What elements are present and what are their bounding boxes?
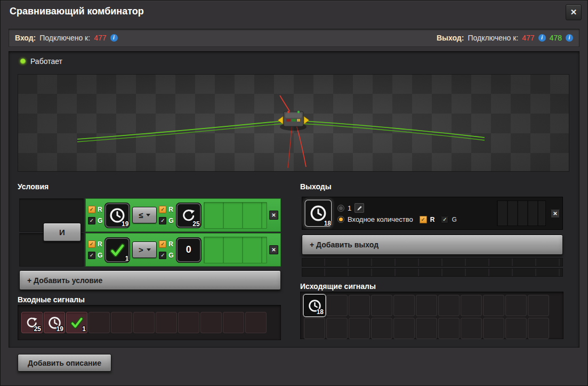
green-network-label: G [452, 216, 456, 223]
signal-slot[interactable]: 19 [44, 312, 65, 333]
signal-count: 25 [34, 325, 41, 333]
first-signal-button[interactable]: 19 [104, 203, 130, 228]
signal-count: 1 [82, 325, 86, 333]
constant-value: 0 [186, 244, 191, 255]
empty-slot [416, 318, 437, 339]
close-icon: ✕ [553, 211, 557, 216]
remove-condition-button[interactable]: ✕ [269, 245, 278, 254]
output-network-id-red: 477 [522, 34, 534, 42]
empty-slot [438, 318, 460, 339]
check-icon: ✓ [442, 217, 447, 222]
green-network-label: G [98, 217, 102, 224]
green-network-checkbox[interactable]: ✓ [88, 252, 95, 259]
close-icon: ✕ [570, 7, 577, 17]
check-icon: ✓ [90, 253, 94, 258]
red-network-label: R [98, 206, 102, 213]
check-icon: ✓ [160, 218, 165, 223]
second-signal-button[interactable]: 25 [176, 203, 202, 228]
wire-diagram [18, 74, 569, 172]
red-network-checkbox[interactable]: ✓ [88, 240, 95, 248]
input-signals-panel: 25 19 1 [18, 305, 281, 340]
red-network-checkbox[interactable]: ✓ [159, 240, 166, 248]
empty-slot [304, 318, 325, 339]
output-list-empty-row [302, 258, 563, 267]
output-extra-slots [497, 200, 546, 226]
chevron-down-icon [146, 214, 150, 216]
green-network-checkbox[interactable]: ✓ [441, 216, 448, 223]
comparator-dropdown[interactable]: > [132, 242, 157, 258]
info-icon[interactable]: i [538, 34, 546, 42]
edit-icon [357, 205, 363, 211]
outgoing-signals-title: Исходящие сигналы [300, 282, 376, 291]
empty-slot [483, 318, 504, 339]
remove-output-button[interactable]: ✕ [551, 209, 560, 218]
info-icon[interactable]: i [110, 34, 118, 42]
check-icon: ✓ [90, 207, 94, 212]
close-button[interactable]: ✕ [566, 4, 582, 20]
first-signal-button[interactable]: 1 [104, 237, 130, 263]
red-network-checkbox[interactable]: ✓ [88, 206, 95, 213]
outputs-title: Выходы [300, 182, 332, 191]
input-connections: Вход: Подключено к: 477 i [15, 34, 118, 42]
check-icon: ✓ [160, 253, 165, 258]
chevron-down-icon [147, 248, 151, 251]
remove-condition-button[interactable]: ✕ [269, 211, 278, 220]
input-connected-text: Подключено к: [39, 34, 90, 42]
check-icon: ✓ [160, 207, 165, 212]
empty-slot [156, 312, 177, 333]
empty-slot [371, 318, 392, 339]
check-icon: ✓ [421, 217, 425, 222]
red-network-label: R [98, 240, 102, 248]
empty-slot [349, 295, 370, 316]
combinator-entity [278, 111, 309, 131]
add-description-button[interactable]: Добавить описание [18, 354, 111, 372]
empty-slot [245, 312, 267, 333]
red-network-checkbox[interactable]: ✓ [159, 206, 166, 213]
check-icon: ✓ [160, 242, 165, 247]
check-icon: ✓ [90, 218, 94, 223]
info-icon[interactable]: i [566, 34, 573, 42]
output-signal-button[interactable]: 18 [304, 199, 333, 228]
and-operator-button[interactable]: И [43, 223, 81, 242]
comparator-dropdown[interactable]: ≤ [132, 207, 157, 223]
signal-slot[interactable]: 25 [21, 312, 43, 333]
condition-extra-slots [204, 237, 267, 263]
output-list-empty-row [302, 268, 563, 277]
empty-slot [178, 312, 199, 333]
input-label: Вход: [15, 34, 36, 42]
conditions-title: Условия [18, 182, 49, 191]
empty-slot [505, 318, 527, 339]
empty-slot [528, 318, 549, 339]
entity-preview [18, 74, 569, 172]
status-row: Работает [20, 57, 62, 66]
input-count-radio[interactable] [337, 216, 344, 223]
empty-slot [483, 295, 504, 316]
red-network-label: R [168, 240, 173, 248]
signal-slot[interactable]: 18 [304, 295, 325, 316]
output-connected-text: Подключено к: [468, 34, 518, 42]
red-network-label: R [430, 216, 435, 223]
connections-bar: Вход: Подключено к: 477 i Выход: Подключ… [9, 29, 579, 47]
close-icon: ✕ [271, 212, 276, 218]
green-network-label: G [168, 252, 173, 259]
red-network-checkbox[interactable]: ✓ [420, 216, 427, 223]
add-condition-button[interactable]: + Добавить условие [19, 270, 281, 290]
green-network-checkbox[interactable]: ✓ [159, 217, 166, 224]
empty-slot [326, 318, 348, 339]
green-network-checkbox[interactable]: ✓ [88, 217, 95, 224]
add-output-button[interactable]: + Добавить выход [302, 235, 563, 255]
constant-value-radio[interactable] [337, 205, 344, 212]
empty-slot [88, 312, 110, 333]
signal-slot[interactable]: 1 [66, 312, 87, 333]
output-label: Выход: [437, 34, 464, 42]
green-network-label: G [98, 252, 102, 259]
empty-slot [393, 318, 415, 339]
green-network-checkbox[interactable]: ✓ [159, 252, 166, 259]
empty-slot [326, 295, 348, 316]
constant-value-label: 1 [348, 204, 351, 212]
outgoing-signals-panel: 18 [300, 292, 563, 339]
empty-slot [349, 318, 370, 339]
second-signal-button[interactable]: 0 [176, 237, 202, 263]
empty-slot [133, 312, 155, 333]
edit-constant-button[interactable] [355, 203, 364, 213]
